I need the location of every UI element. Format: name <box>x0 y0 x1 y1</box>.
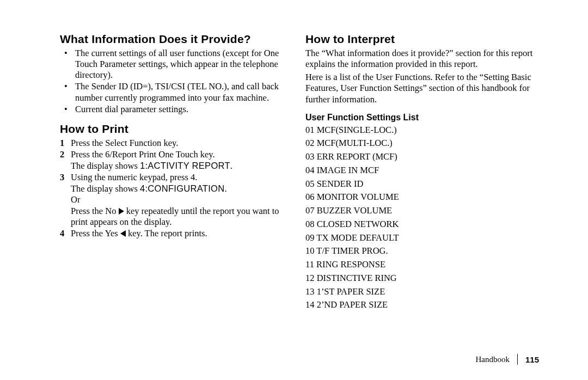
print-steps: 1 Press the Select Function key. 2 Press… <box>60 138 288 239</box>
step-2: 2 Press the 6/Report Print One Touch key… <box>60 149 288 171</box>
step-text: key. The report prints. <box>126 228 207 238</box>
interpret-paragraph: The “What information does it provide?” … <box>305 48 534 70</box>
list-item: 11 RING RESPONSE <box>305 258 534 272</box>
info-bullet: Current dial parameter settings. <box>70 104 288 115</box>
list-item: 02 MCF(MULTI-LOC.) <box>305 137 534 150</box>
display-label: 1:ACTIVITY REPORT <box>140 161 230 170</box>
step-text: Using the numeric keypad, press 4. <box>71 172 197 182</box>
interpret-paragraph: Here is a list of the User Functions. Re… <box>305 72 534 105</box>
step-1: 1 Press the Select Function key. <box>60 138 288 149</box>
user-function-list: 01 MCF(SINGLE-LOC.) 02 MCF(MULTI-LOC.) 0… <box>305 124 534 312</box>
list-item: 09 TX MODE DEFAULT <box>305 231 534 245</box>
list-item: 07 BUZZER VOLUME <box>305 204 534 218</box>
page-number: 115 <box>525 355 539 364</box>
step-number: 2 <box>60 149 64 160</box>
step-text: . <box>224 183 226 194</box>
info-bullet-list: The current settings of all user functio… <box>60 48 288 115</box>
list-item: 03 ERR REPORT (MCF) <box>305 150 534 164</box>
list-item: 14 2’ND PAPER SIZE <box>305 298 534 312</box>
page-body: What Information Does it Provide? The cu… <box>0 0 588 348</box>
list-item: 04 IMAGE IN MCF <box>305 164 534 177</box>
left-arrow-icon <box>120 230 126 237</box>
info-bullet: The current settings of all user functio… <box>70 48 288 81</box>
heading-how-to-interpret: How to Interpret <box>305 33 534 46</box>
info-bullet: The Sender ID (ID=), TSI/CSI (TEL NO.), … <box>70 81 288 103</box>
step-number: 3 <box>60 172 64 183</box>
heading-what-info: What Information Does it Provide? <box>60 33 288 46</box>
list-item: 12 DISTINCTIVE RING <box>305 272 534 285</box>
display-label: 4:CONFIGURATION <box>140 183 224 193</box>
step-3: 3 Using the numeric keypad, press 4. The… <box>60 172 288 228</box>
step-text: The display shows <box>71 161 140 171</box>
step-text: Press the No <box>71 206 119 216</box>
list-item: 10 T/F TIMER PROG. <box>305 244 534 258</box>
step-text: Or <box>71 194 80 205</box>
page-footer: Handbook 115 <box>475 354 539 365</box>
footer-label: Handbook <box>475 355 510 364</box>
list-item: 13 1’ST PAPER SIZE <box>305 285 534 299</box>
list-item: 06 MONITOR VOLUME <box>305 191 534 204</box>
list-item: 08 CLOSED NETWORK <box>305 218 534 231</box>
list-item: 01 MCF(SINGLE-LOC.) <box>305 124 534 137</box>
step-text: Press the Yes <box>71 228 120 238</box>
column-right: How to Interpret The “What information d… <box>305 33 534 327</box>
heading-how-to-print: How to Print <box>60 122 288 136</box>
step-text: Press the Select Function key. <box>71 138 178 148</box>
subheading-user-func-list: User Function Settings List <box>305 113 534 122</box>
step-number: 1 <box>60 138 64 149</box>
right-arrow-icon <box>119 208 124 214</box>
step-4: 4 Press the Yes key. The report prints. <box>60 228 288 239</box>
step-text: Press the 6/Report Print One Touch key. <box>71 149 215 160</box>
list-item: 05 SENDER ID <box>305 177 534 191</box>
step-number: 4 <box>60 228 64 239</box>
footer-divider <box>517 354 518 365</box>
step-text: The display shows <box>71 183 140 194</box>
column-left: What Information Does it Provide? The cu… <box>60 33 288 327</box>
step-text: . <box>230 161 232 171</box>
